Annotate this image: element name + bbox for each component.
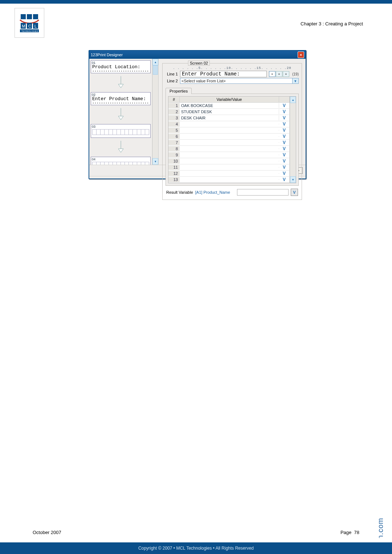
svg-marker-12	[118, 84, 123, 88]
row-value[interactable]	[180, 167, 279, 168]
row-number: 7	[168, 140, 180, 145]
row-number: 1	[168, 103, 180, 108]
line1-label: Line 1	[166, 72, 178, 76]
tab-properties[interactable]: Properties	[166, 88, 192, 94]
align-right-icon[interactable]: ≡	[283, 71, 289, 77]
row-check[interactable]: V	[279, 134, 290, 139]
screen-thumbnail-02[interactable]: 02 Enter Product Name:	[91, 92, 151, 105]
footer-date: October 2007	[33, 530, 61, 535]
grid-row[interactable]: 10V	[168, 158, 290, 164]
row-value[interactable]	[180, 155, 279, 155]
result-label: Result Variable	[166, 190, 193, 194]
row-number: 12	[168, 171, 180, 176]
svg-text:M: M	[22, 24, 25, 28]
flow-arrow-icon	[89, 108, 152, 123]
grid-row[interactable]: 9V	[168, 152, 290, 158]
row-check[interactable]: V	[279, 177, 290, 182]
row-number: 11	[168, 165, 180, 170]
row-value[interactable]: DESK CHAIR	[180, 115, 279, 120]
row-value[interactable]: OAK BOOKCASE	[180, 103, 279, 108]
scroll-up-button[interactable]	[290, 97, 296, 103]
line1-input[interactable]: Enter Product Name:	[180, 71, 267, 77]
grid-row[interactable]: 8V	[168, 146, 290, 152]
chapter-heading: Chapter 3 : Creating a Project	[301, 21, 363, 26]
line2-select[interactable]: <Select value From List>	[180, 78, 293, 84]
grid-row[interactable]: 7V	[168, 140, 290, 146]
window-body: 01 Product Location: 02 Enter Product Na…	[89, 59, 306, 178]
result-variable-link[interactable]: [A1] Product_Name	[195, 190, 230, 194]
grid-row[interactable]: 5V	[168, 127, 290, 134]
footer-page: Page 78	[340, 530, 359, 535]
values-grid-wrap: # Variable/Value 1OAK BOOKCASEV2STUDENT …	[166, 94, 299, 186]
row-number: 8	[168, 146, 180, 151]
flow-arrow-icon	[89, 141, 152, 155]
grid-row[interactable]: 6V	[168, 134, 290, 140]
align-center-icon[interactable]: ≡	[276, 71, 282, 77]
document-page: { "header": { "chapter": "Chapter 3 : Cr…	[0, 0, 392, 554]
variable-picker-button[interactable]: V	[291, 189, 298, 196]
row-check[interactable]: V	[279, 115, 290, 121]
grid-row[interactable]: 12V	[168, 171, 290, 177]
row-value[interactable]	[180, 173, 279, 174]
row-value[interactable]: STUDENT DESK	[180, 109, 279, 114]
row-check[interactable]: V	[279, 158, 290, 164]
sidebar-scrollbar[interactable]	[152, 59, 158, 165]
row-value[interactable]	[180, 161, 279, 161]
row-check[interactable]: V	[279, 164, 290, 170]
result-input[interactable]	[237, 189, 289, 196]
scroll-down-button[interactable]	[152, 158, 158, 165]
chevron-down-icon[interactable]: ▾	[293, 78, 299, 84]
row-check[interactable]: V	[279, 146, 290, 152]
scroll-track[interactable]	[152, 65, 158, 158]
col-header-value: Variable/Value	[180, 97, 279, 102]
scroll-down-button[interactable]	[290, 176, 296, 183]
screens-sidebar: 01 Product Location: 02 Enter Product Na…	[89, 59, 159, 165]
grid-row[interactable]: 1OAK BOOKCASEV	[168, 103, 290, 109]
close-button[interactable]: ×	[298, 52, 304, 58]
svg-rect-1	[27, 14, 32, 19]
row-value[interactable]	[180, 142, 279, 143]
char-grid	[92, 129, 149, 136]
scroll-up-button[interactable]	[152, 59, 158, 65]
char-count: (19)	[292, 72, 299, 76]
row-value[interactable]	[180, 148, 279, 149]
char-grid	[92, 162, 149, 165]
row-check[interactable]: V	[279, 103, 290, 108]
screen-thumbnail-01[interactable]: 01 Product Location:	[91, 60, 151, 73]
dotted-underline	[92, 102, 149, 104]
align-left-icon[interactable]: ≡	[269, 71, 275, 77]
row-number: 5	[168, 128, 180, 133]
row-check[interactable]: V	[279, 109, 290, 115]
screen-number: 04	[91, 157, 150, 161]
row-value[interactable]	[180, 179, 279, 180]
fieldset-legend: Screen 02	[188, 61, 210, 66]
row-value[interactable]	[180, 130, 279, 131]
screen-thumbnail-03[interactable]: 03	[91, 124, 151, 138]
scroll-thumb[interactable]	[153, 65, 158, 75]
line1-row: Line 1 Enter Product Name: ≡ ≡ ≡ (19)	[166, 71, 299, 77]
row-check[interactable]: V	[279, 140, 290, 145]
screen-number: 03	[91, 124, 150, 128]
row-value[interactable]	[180, 136, 279, 137]
row-check[interactable]: V	[279, 171, 290, 176]
scroll-track[interactable]	[290, 103, 296, 176]
grid-row[interactable]: 11V	[168, 164, 290, 171]
row-number: 4	[168, 122, 180, 127]
grid-row[interactable]: 13V	[168, 177, 290, 183]
row-number: 9	[168, 152, 180, 157]
grid-row[interactable]: 2STUDENT DESKV	[168, 109, 290, 115]
svg-marker-16	[118, 149, 123, 152]
row-check[interactable]: V	[279, 121, 290, 127]
grid-row[interactable]: 3DESK CHAIRV	[168, 115, 290, 121]
row-value[interactable]	[180, 124, 279, 124]
svg-text:C: C	[28, 24, 31, 28]
svg-text:L: L	[34, 24, 37, 28]
result-row: Result Variable [A1] Product_Name V	[166, 189, 298, 196]
row-check[interactable]: V	[279, 127, 290, 133]
svg-rect-0	[21, 14, 26, 19]
line2-row: Line 2 <Select value From List> ▾	[166, 78, 299, 84]
grid-row[interactable]: 4V	[168, 121, 290, 127]
screen-thumbnail-04[interactable]: 04	[91, 157, 151, 165]
row-check[interactable]: V	[279, 152, 290, 158]
grid-scrollbar[interactable]	[290, 97, 296, 183]
